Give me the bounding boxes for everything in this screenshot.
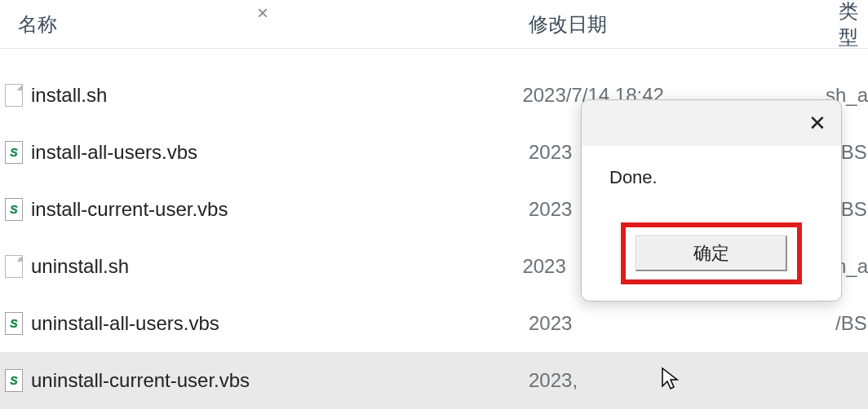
file-name-label: install-current-user.vbs	[31, 198, 228, 221]
file-name-cell: install-current-user.vbs	[0, 198, 522, 221]
dialog-message: Done.	[582, 146, 841, 213]
file-name-cell: install.sh	[0, 84, 516, 107]
column-header-date[interactable]: 修改日期	[522, 11, 832, 37]
file-name-cell: uninstall-current-user.vbs	[0, 369, 522, 392]
generic-file-icon	[5, 84, 23, 107]
file-type-cell: /BS	[832, 312, 868, 335]
file-name-cell: install-all-users.vbs	[0, 141, 522, 164]
dialog-footer: 确定	[582, 213, 841, 301]
file-name-label: install-all-users.vbs	[31, 141, 197, 164]
column-header-row: 名称 × 修改日期 类型	[0, 0, 868, 49]
table-row[interactable]: uninstall-current-user.vbs2023,	[0, 352, 868, 409]
ok-button[interactable]: 确定	[636, 235, 787, 271]
column-header-name-label: 名称	[18, 13, 57, 35]
column-header-date-label: 修改日期	[529, 13, 607, 35]
file-date-cell: 2023	[522, 312, 832, 335]
file-date-cell: 2023,	[522, 369, 832, 392]
column-header-name[interactable]: 名称 ×	[0, 11, 522, 37]
column-header-type[interactable]: 类型	[832, 0, 868, 51]
file-name-label: uninstall-all-users.vbs	[31, 312, 219, 335]
file-name-label: uninstall.sh	[31, 255, 129, 278]
file-name-label: uninstall-current-user.vbs	[31, 369, 250, 392]
vbs-file-icon	[5, 198, 23, 221]
highlight-annotation: 确定	[621, 222, 802, 284]
file-name-cell: uninstall.sh	[0, 255, 516, 278]
vbs-file-icon	[5, 312, 23, 335]
table-row[interactable]: uninstall-all-users.vbs2023/BS	[0, 295, 868, 352]
file-name-label: install.sh	[31, 84, 107, 107]
column-header-type-label: 类型	[839, 0, 858, 48]
vbs-file-icon	[5, 141, 23, 164]
message-dialog: ✕ Done. 确定	[581, 99, 842, 301]
sort-indicator-icon: ×	[257, 2, 268, 24]
vbs-file-icon	[5, 369, 23, 392]
close-icon[interactable]: ✕	[808, 111, 826, 136]
dialog-titlebar: ✕	[582, 100, 841, 146]
generic-file-icon	[5, 255, 23, 278]
file-name-cell: uninstall-all-users.vbs	[0, 312, 522, 335]
